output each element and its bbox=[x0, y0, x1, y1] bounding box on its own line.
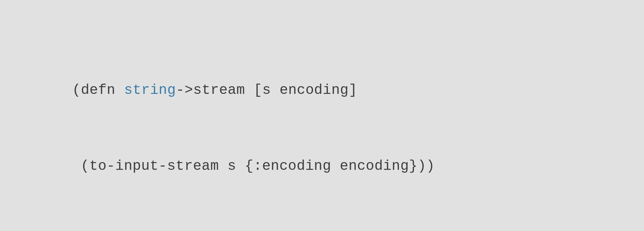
code-line-2: (to-input-stream s {:encoding encoding})… bbox=[72, 153, 435, 179]
encoding-val: encoding bbox=[340, 158, 409, 174]
param-encoding: encoding bbox=[280, 82, 349, 98]
space bbox=[236, 158, 245, 174]
code-line-1: (defn string->stream [s encoding] bbox=[72, 78, 435, 103]
open-bracket: [ bbox=[254, 82, 262, 98]
space bbox=[219, 158, 228, 174]
close-paren: ) bbox=[426, 158, 435, 174]
space bbox=[245, 82, 254, 98]
open-paren: ( bbox=[81, 158, 89, 174]
to-input-stream-call: to-input-stream bbox=[89, 158, 219, 174]
space bbox=[271, 82, 280, 98]
open-paren: ( bbox=[72, 82, 81, 98]
code-snippet: (defn string->stream [s encoding] (to-in… bbox=[72, 27, 435, 204]
close-bracket: ] bbox=[349, 82, 357, 98]
close-brace: } bbox=[409, 158, 418, 174]
open-brace: { bbox=[245, 158, 254, 174]
function-name: string bbox=[124, 82, 176, 98]
encoding-key: :encoding bbox=[254, 158, 331, 174]
param-s: s bbox=[262, 82, 271, 98]
arg-s: s bbox=[228, 158, 236, 174]
arrow-suffix: ->stream bbox=[176, 82, 245, 98]
close-paren: ) bbox=[418, 158, 426, 174]
space bbox=[331, 158, 340, 174]
defn-keyword: defn bbox=[81, 82, 116, 98]
space bbox=[116, 82, 124, 98]
